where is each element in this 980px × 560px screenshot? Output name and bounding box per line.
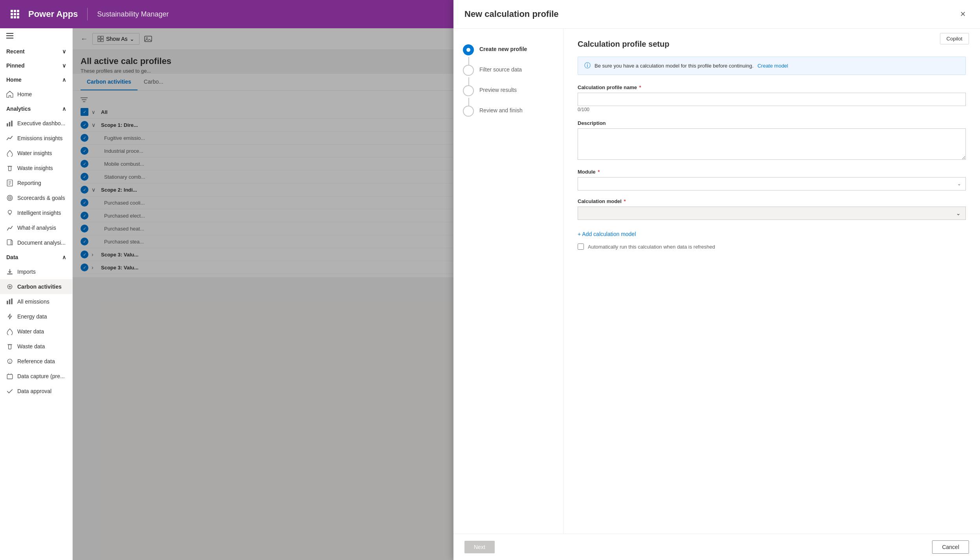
next-button[interactable]: Next: [464, 541, 495, 553]
sidebar-item-whatif[interactable]: What-if analysis: [0, 220, 72, 235]
close-button[interactable]: ✕: [956, 8, 969, 20]
recent-chevron: ∨: [62, 48, 66, 55]
sidebar-item-water-insights[interactable]: Water insights: [0, 146, 72, 161]
step-label-4: Review and finish: [479, 106, 523, 113]
sidebar-item-imports[interactable]: Imports: [0, 264, 72, 279]
svg-rect-17: [7, 274, 13, 275]
svg-text:i: i: [9, 360, 10, 364]
copilot-button[interactable]: Copilot: [940, 33, 969, 44]
sidebar-item-waste-data[interactable]: Waste data: [0, 339, 72, 354]
waste-data-icon: [6, 343, 13, 350]
sidebar-item-label: Data approval: [17, 388, 51, 394]
modal-body: Create new profile Filter source data Pr…: [453, 29, 980, 534]
sidebar-item-label: Water insights: [17, 150, 52, 156]
carbon-icon: [6, 283, 13, 290]
capture-icon: [6, 373, 13, 380]
sidebar-item-executive-dashboard[interactable]: Executive dashbo...: [0, 116, 72, 131]
sidebar-item-label: Document analysi...: [17, 240, 66, 246]
sidebar-item-reporting[interactable]: Reporting: [0, 176, 72, 190]
auto-run-row: Automatically run this calculation when …: [578, 243, 966, 250]
form-field-module: Module * ⌄: [578, 169, 966, 190]
add-calculation-model-button[interactable]: + Add calculation model: [578, 228, 636, 240]
sidebar-item-energy-data[interactable]: Energy data: [0, 309, 72, 324]
cancel-button[interactable]: Cancel: [932, 540, 969, 554]
steps-panel: Create new profile Filter source data Pr…: [453, 29, 563, 534]
sidebar-item-label: All emissions: [17, 298, 50, 305]
sidebar-item-label: Water data: [17, 328, 44, 335]
module-label: Module *: [578, 169, 966, 175]
pinned-label: Pinned: [6, 62, 25, 69]
info-banner: ⓘ Be sure you have a calculation model f…: [578, 57, 966, 75]
home-chevron: ∧: [62, 77, 66, 83]
sidebar-item-label: What-if analysis: [17, 225, 56, 231]
create-model-link[interactable]: Create model: [758, 63, 788, 69]
hamburger-button[interactable]: [0, 28, 72, 44]
step-label-3: Preview results: [479, 85, 517, 93]
water-icon: [6, 150, 13, 157]
sidebar-item-label: Energy data: [17, 313, 47, 320]
recent-label: Recent: [6, 48, 25, 55]
step-circle-3: [463, 85, 474, 96]
ref-data-icon: i: [6, 358, 13, 365]
profile-name-input[interactable]: [578, 93, 966, 106]
sidebar-item-label: Emissions insights: [17, 135, 62, 141]
analytics-chevron: ∧: [62, 106, 66, 112]
sidebar-section-pinned[interactable]: Pinned ∨: [0, 59, 72, 73]
approval-icon: [6, 388, 13, 395]
sidebar-item-reference-data[interactable]: i Reference data: [0, 354, 72, 369]
svg-rect-20: [9, 299, 10, 304]
sidebar-item-label: Imports: [17, 269, 36, 275]
svg-rect-22: [9, 345, 11, 349]
sidebar-item-intelligent-insights[interactable]: Intelligent insights: [0, 205, 72, 220]
sidebar-item-label: Waste insights: [17, 165, 53, 171]
modal-footer: Next Cancel: [453, 534, 980, 560]
name-label: Calculation profile name *: [578, 84, 966, 90]
form-panel: Calculation profile setup ⓘ Be sure you …: [563, 29, 980, 534]
sidebar-item-data-approval[interactable]: Data approval: [0, 384, 72, 399]
module-select-wrapper: ⌄: [578, 177, 966, 190]
sidebar-item-carbon-activities[interactable]: Carbon activities: [0, 279, 72, 294]
calculation-model-label: Calculation model *: [578, 198, 966, 204]
sidebar-item-home[interactable]: Home: [0, 87, 72, 102]
svg-rect-19: [7, 301, 8, 304]
sidebar-section-analytics[interactable]: Analytics ∧: [0, 102, 72, 116]
sidebar-item-waste-insights[interactable]: Waste insights: [0, 161, 72, 176]
sidebar-item-water-data[interactable]: Water data: [0, 324, 72, 339]
sidebar-section-home[interactable]: Home ∧: [0, 73, 72, 87]
emissions-icon: [6, 135, 13, 142]
all-emissions-icon: [6, 298, 13, 305]
analytics-section-label: Analytics: [6, 106, 31, 112]
auto-run-label: Automatically run this calculation when …: [588, 244, 715, 250]
step-item-1: Create new profile: [463, 40, 554, 60]
data-section-label: Data: [6, 254, 18, 260]
info-message: Be sure you have a calculation model for…: [595, 63, 754, 69]
modal-header: New calculation profile ✕: [453, 0, 980, 29]
modal-panel: New calculation profile ✕ Create new pro…: [453, 0, 980, 560]
step-circle-2: [463, 65, 474, 76]
sidebar-item-data-capture[interactable]: Data capture (pre...: [0, 369, 72, 384]
topbar-divider: [87, 8, 88, 20]
sidebar-item-scorecards[interactable]: Scorecards & goals: [0, 190, 72, 205]
form-field-description: Description: [578, 120, 966, 161]
required-indicator: *: [598, 169, 600, 175]
step-label-2: Filter source data: [479, 65, 522, 73]
target-icon: [6, 194, 13, 201]
form-field-calculation-model: Calculation model * ⌄: [578, 198, 966, 220]
sidebar-section-data[interactable]: Data ∧: [0, 250, 72, 264]
waffle-icon[interactable]: [8, 7, 22, 21]
chart-icon: [6, 120, 13, 127]
calc-model-select-wrapper: ⌄: [578, 207, 966, 220]
step-item-2: Filter source data: [463, 60, 554, 81]
water-data-icon: [6, 328, 13, 335]
auto-run-checkbox[interactable]: [578, 243, 584, 250]
sidebar-item-document[interactable]: Document analysi...: [0, 235, 72, 250]
sidebar-item-emissions-insights[interactable]: Emissions insights: [0, 131, 72, 146]
required-indicator: *: [624, 198, 626, 204]
sidebar-section-recent[interactable]: Recent ∨: [0, 44, 72, 59]
description-textarea[interactable]: [578, 128, 966, 160]
sidebar-item-label: Reference data: [17, 358, 55, 364]
module-select[interactable]: [578, 177, 966, 190]
sidebar-item-all-emissions[interactable]: All emissions: [0, 294, 72, 309]
char-count: 0/100: [578, 107, 966, 112]
app-name: Power Apps: [28, 9, 78, 19]
